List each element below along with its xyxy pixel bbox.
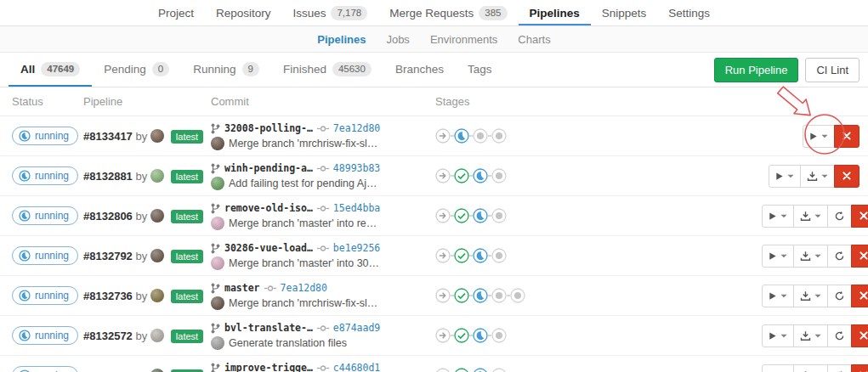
commit-message-link[interactable]: Merge branch 'mrchrisw-fix-sl… [229, 138, 377, 149]
stage-success-icon[interactable] [454, 328, 469, 343]
branch-link[interactable]: improve-trigge… [224, 362, 313, 372]
branch-link[interactable]: 30286-vue-load… [224, 242, 313, 254]
pipeline-id-link[interactable]: #8133417 [83, 130, 133, 143]
play-button[interactable] [762, 285, 794, 307]
nav-pipelines[interactable]: Pipelines [519, 0, 591, 25]
nav-merge-requests[interactable]: Merge Requests385 [378, 0, 518, 25]
avatar[interactable] [150, 289, 164, 302]
subnav-jobs[interactable]: Jobs [376, 26, 419, 52]
stage-running-icon[interactable] [473, 288, 488, 303]
nav-project[interactable]: Project [147, 0, 205, 25]
cancel-button[interactable] [851, 324, 868, 347]
avatar[interactable] [150, 329, 164, 342]
tab-tags[interactable]: Tags [456, 53, 504, 87]
avatar[interactable] [211, 177, 224, 190]
pipeline-id-link[interactable]: #8132572 [83, 330, 133, 342]
stage-success-icon[interactable] [454, 368, 469, 372]
status-badge[interactable]: running [12, 366, 78, 372]
branch-link[interactable]: master [224, 282, 260, 294]
avatar[interactable] [150, 209, 164, 223]
play-button[interactable] [762, 364, 794, 372]
play-button[interactable] [762, 245, 794, 268]
nav-settings[interactable]: Settings [657, 0, 721, 25]
artifacts-button[interactable] [793, 285, 828, 307]
cancel-button[interactable] [851, 245, 868, 268]
retry-button[interactable] [827, 364, 852, 372]
pipeline-id-link[interactable]: #8132736 [83, 290, 133, 302]
artifacts-button[interactable] [793, 205, 828, 228]
branch-link[interactable]: bvl-translate-… [224, 322, 313, 334]
stage-created-icon[interactable] [491, 328, 507, 343]
status-badge[interactable]: running [12, 206, 78, 225]
stage-created-icon[interactable] [491, 168, 507, 183]
stage-skipped-icon[interactable] [435, 208, 451, 223]
stage-running-icon[interactable] [473, 368, 488, 372]
artifacts-button[interactable] [800, 165, 835, 188]
play-button[interactable] [762, 324, 794, 347]
commit-sha-link[interactable]: 48993b83 [333, 162, 380, 174]
subnav-charts[interactable]: Charts [508, 26, 560, 52]
commit-message-link[interactable]: Generate translation files [229, 337, 347, 349]
stage-success-icon[interactable] [454, 248, 469, 263]
branch-link[interactable]: remove-old-iso… [224, 202, 313, 214]
stage-created-icon[interactable] [491, 368, 507, 372]
stage-created-icon[interactable] [491, 248, 507, 263]
run-pipeline-button[interactable]: Run Pipeline [714, 58, 799, 82]
artifacts-button[interactable] [793, 324, 828, 347]
commit-sha-link[interactable]: c44680d1 [333, 362, 380, 372]
subnav-environments[interactable]: Environments [420, 26, 508, 52]
stage-created-icon[interactable] [491, 208, 507, 223]
retry-button[interactable] [827, 245, 852, 268]
cancel-button[interactable] [834, 125, 859, 148]
stage-created-icon[interactable] [510, 288, 525, 303]
commit-message-link[interactable]: Merge branch 'master' into re… [229, 217, 377, 229]
cancel-button[interactable] [851, 364, 868, 372]
stage-running-icon[interactable] [473, 328, 488, 343]
stage-running-icon[interactable] [454, 128, 469, 144]
branch-link[interactable]: winh-pending-a… [224, 162, 313, 174]
status-badge[interactable]: running [12, 166, 78, 185]
stage-skipped-icon[interactable] [435, 168, 451, 183]
commit-sha-link[interactable]: e874aad9 [333, 322, 380, 334]
status-badge[interactable]: running [12, 286, 78, 305]
commit-sha-link[interactable]: 15ed4bba [333, 202, 380, 214]
play-button[interactable] [803, 125, 835, 148]
status-badge[interactable]: running [12, 127, 78, 145]
stage-running-icon[interactable] [473, 208, 488, 223]
avatar[interactable] [211, 137, 224, 150]
stage-success-icon[interactable] [454, 208, 469, 223]
stage-skipped-icon[interactable] [435, 288, 451, 303]
stage-success-icon[interactable] [454, 168, 469, 183]
pipeline-id-link[interactable]: #8132792 [83, 250, 133, 262]
retry-button[interactable] [827, 324, 852, 347]
commit-message-link[interactable]: Merge branch 'mrchrisw-fix-sl… [229, 297, 377, 309]
commit-sha-link[interactable]: be1e9256 [333, 242, 380, 254]
commit-message-link[interactable]: Merge branch 'master' into 30… [229, 257, 379, 269]
tab-all[interactable]: All47649 [9, 53, 92, 87]
pipeline-id-link[interactable]: #8132806 [83, 210, 133, 223]
stage-success-icon[interactable] [454, 288, 469, 303]
subnav-pipelines[interactable]: Pipelines [307, 26, 376, 52]
retry-button[interactable] [827, 285, 852, 307]
stage-running-icon[interactable] [473, 168, 488, 183]
nav-snippets[interactable]: Snippets [591, 0, 658, 25]
tab-finished[interactable]: Finished45630 [271, 53, 383, 87]
avatar[interactable] [211, 256, 224, 270]
artifacts-button[interactable] [793, 245, 828, 268]
avatar[interactable] [150, 369, 164, 372]
avatar[interactable] [211, 336, 224, 350]
avatar[interactable] [150, 169, 164, 183]
tab-pending[interactable]: Pending0 [92, 53, 181, 87]
nav-repository[interactable]: Repository [205, 0, 282, 25]
cancel-button[interactable] [851, 285, 868, 307]
stage-skipped-icon[interactable] [435, 128, 451, 144]
nav-issues[interactable]: Issues7,178 [281, 0, 378, 25]
avatar[interactable] [211, 217, 224, 230]
stage-skipped-icon[interactable] [435, 368, 451, 372]
tab-running[interactable]: Running9 [181, 53, 271, 87]
stage-created-icon[interactable] [473, 128, 488, 144]
pipeline-id-link[interactable]: #8132881 [83, 170, 133, 183]
play-button[interactable] [769, 165, 801, 188]
ci-lint-button[interactable]: CI Lint [805, 58, 859, 82]
stage-created-icon[interactable] [491, 128, 507, 144]
